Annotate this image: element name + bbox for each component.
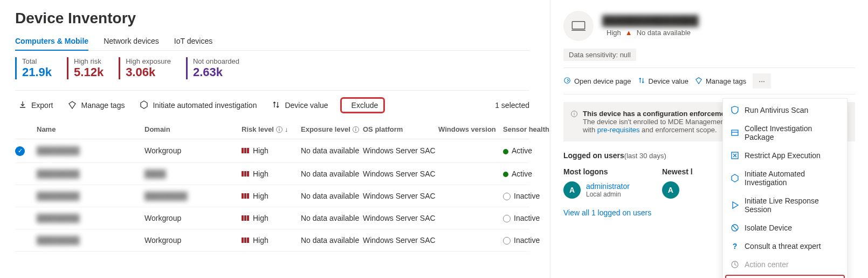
no-data-label: No data available: [637, 29, 691, 37]
menu-item-consult-a-threat-expert[interactable]: ?Consult a threat expert: [723, 237, 847, 255]
risk-cell: High: [242, 236, 301, 245]
domain-cell: ████████: [144, 192, 242, 200]
col-os[interactable]: OS platform: [363, 125, 438, 133]
dv-label: Device value: [649, 77, 688, 85]
sensitivity-chip: Data sensitivity: null: [563, 49, 636, 61]
row-checkbox[interactable]: ✓: [15, 146, 37, 156]
q-icon: ?: [731, 242, 739, 250]
menu-item-run-antivirus-scan[interactable]: Run Antivirus Scan: [723, 101, 847, 119]
info-icon: i: [571, 111, 577, 117]
os-cell: Windows Server SAC: [363, 214, 438, 222]
user-link[interactable]: administrator: [586, 182, 630, 191]
open-icon: [563, 77, 571, 86]
table-row[interactable]: ████████ ████████ High No data available…: [15, 185, 529, 207]
risk-bars-icon: [242, 214, 250, 222]
svg-rect-3: [732, 130, 738, 135]
banner-line2: with: [583, 126, 597, 134]
avatar: A: [563, 181, 581, 199]
menu-item-label: Action center: [745, 260, 789, 269]
exclude-button-highlighted[interactable]: Exclude: [340, 97, 385, 113]
os-cell: Windows Server SAC: [363, 236, 438, 245]
banner-line1: The device isn't enrolled to MDE Managem…: [583, 118, 726, 126]
more-actions-button[interactable]: ···: [753, 73, 771, 89]
stat-label: High exposure: [126, 57, 171, 65]
stat-label: Not onboarded: [193, 57, 239, 65]
selected-count: 1 selected: [495, 101, 529, 110]
menu-item-collect-investigation-package[interactable]: Collect Investigation Package: [723, 119, 847, 146]
avatar: A: [662, 181, 679, 199]
warning-icon: ▲: [625, 29, 632, 37]
stat-value: 5.12k: [74, 65, 104, 79]
risk-bars-icon: [242, 236, 250, 245]
manage-tags-label: Manage tags: [81, 101, 125, 110]
device-sub: High ▲ No data available: [602, 29, 699, 37]
device-name-cell: ████████: [37, 146, 144, 155]
risk-bars-icon: [242, 146, 250, 155]
device-name: ██████████████: [602, 15, 699, 26]
col-winver[interactable]: Windows version: [438, 125, 503, 133]
tab-iot-devices[interactable]: IoT devices: [174, 37, 212, 50]
panel-header: ██████████████ High ▲ No data available: [563, 11, 855, 41]
user-row: A administrator Local admin: [563, 181, 630, 199]
table-header: Name Domain Risk level i ↓ Exposure leve…: [15, 120, 529, 139]
restrict-icon: [731, 151, 739, 160]
sort-down-icon: ↓: [285, 125, 288, 133]
table-body: ✓ ████████ Workgroup High No data availa…: [15, 139, 529, 252]
menu-item-restrict-app-execution[interactable]: Restrict App Execution: [723, 146, 847, 165]
tag-icon: [695, 77, 702, 86]
logged-users-title: Logged on users: [563, 151, 624, 160]
page-title: Device Inventory: [15, 10, 529, 27]
menu-item-label: Isolate Device: [745, 223, 792, 232]
domain-cell: Workgroup: [144, 214, 242, 222]
table-row[interactable]: ████████ ████ High No data available Win…: [15, 163, 529, 185]
tab-network-devices[interactable]: Network devices: [104, 37, 159, 50]
stat-label: High risk: [74, 57, 104, 65]
device-name-cell: ████████: [37, 192, 144, 200]
menu-item-exclude[interactable]: Exclude: [725, 275, 845, 278]
panel-actions: Open device page Device value Manage tag…: [563, 67, 855, 94]
domain-cell: ████: [144, 169, 242, 178]
menu-item-label: Initiate Automated Investigation: [745, 169, 839, 187]
export-button[interactable]: Export: [15, 98, 56, 113]
stat-not-onboarded[interactable]: Not onboarded 2.63k: [186, 57, 239, 79]
manage-tags-button[interactable]: Manage tags: [65, 98, 128, 113]
col-domain[interactable]: Domain: [144, 125, 242, 133]
os-cell: Windows Server SAC: [363, 146, 438, 155]
table-row[interactable]: ████████ Workgroup High No data availabl…: [15, 229, 529, 252]
tag-icon: [68, 100, 77, 111]
table-row[interactable]: ████████ Workgroup High No data availabl…: [15, 207, 529, 229]
device-value-button[interactable]: Device value: [268, 98, 331, 113]
stat-total[interactable]: Total 21.9k: [15, 57, 52, 79]
col-risk[interactable]: Risk level i ↓: [242, 125, 301, 133]
initiate-investigation-button[interactable]: Initiate automated investigation: [136, 98, 260, 113]
manage-tags-button[interactable]: Manage tags: [695, 77, 746, 86]
device-icon: [563, 11, 594, 41]
hexagon-icon: [140, 100, 148, 111]
stat-value: 3.06k: [126, 65, 171, 79]
risk-label: High: [607, 29, 621, 37]
os-cell: Windows Server SAC: [363, 169, 438, 178]
export-label: Export: [31, 101, 53, 110]
prerequisites-link[interactable]: pre-requisites: [597, 126, 640, 134]
menu-item-isolate-device[interactable]: Isolate Device: [723, 219, 847, 237]
open-device-page-button[interactable]: Open device page: [563, 77, 631, 86]
stat-high-exposure[interactable]: High exposure 3.06k: [119, 57, 171, 79]
stat-value: 2.63k: [193, 65, 239, 79]
exposure-cell: No data available: [301, 214, 363, 222]
user-role: Local admin: [586, 191, 630, 198]
risk-cell: High: [242, 169, 301, 178]
table-row[interactable]: ✓ ████████ Workgroup High No data availa…: [15, 139, 529, 163]
col-name[interactable]: Name: [37, 125, 144, 133]
menu-item-initiate-live-response-session[interactable]: Initiate Live Response Session: [723, 192, 847, 219]
device-value-button[interactable]: Device value: [638, 77, 688, 86]
banner-line3: and enforcement scope.: [640, 126, 717, 134]
stat-high-risk[interactable]: High risk 5.12k: [67, 57, 104, 79]
tabs: Computers & Mobile Network devices IoT d…: [15, 37, 529, 51]
menu-item-label: Collect Investigation Package: [745, 124, 839, 141]
col-exposure[interactable]: Exposure level i: [301, 125, 363, 133]
stat-value: 21.9k: [22, 65, 52, 79]
tab-computers-mobile[interactable]: Computers & Mobile: [15, 37, 88, 51]
menu-item-initiate-automated-investigation[interactable]: Initiate Automated Investigation: [723, 165, 847, 192]
exclude-label: Exclude: [352, 101, 378, 110]
shield-icon: [731, 106, 739, 114]
